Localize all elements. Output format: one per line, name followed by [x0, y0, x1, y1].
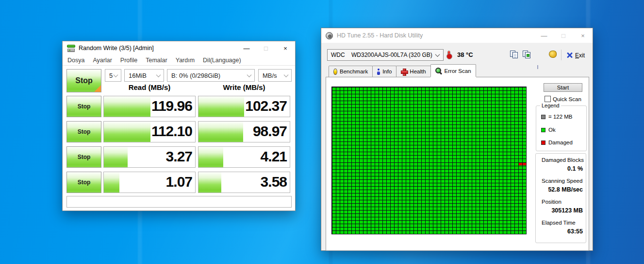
- row-stop-button[interactable]: Stop: [66, 121, 101, 142]
- thermometer-icon: [447, 51, 450, 57]
- maximize-button[interactable]: □: [554, 28, 573, 43]
- scan-grid: [331, 87, 527, 234]
- copy-image-button[interactable]: [523, 51, 531, 59]
- menu-language[interactable]: Dil(Language): [203, 57, 241, 64]
- test-size-value: 16MiB: [129, 72, 147, 79]
- write-meter: 4.21: [198, 146, 290, 168]
- legend-label: = 122 MB: [548, 114, 573, 120]
- read-value: 1.07: [166, 174, 192, 190]
- hdtune-app-icon: [326, 32, 333, 39]
- row-stop-button[interactable]: Stop: [66, 146, 101, 168]
- tab-error-scan[interactable]: Error Scan: [430, 64, 476, 77]
- row-stop-button[interactable]: Stop: [66, 172, 101, 193]
- hdtune-window: HD Tune 2.55 - Hard Disk Utility — □ × W…: [321, 28, 593, 251]
- status-textbox[interactable]: [66, 196, 292, 208]
- stat-scanning-speed: Scanning Speed 52.8 MB/sec: [536, 178, 587, 193]
- maximize-button[interactable]: □: [256, 41, 276, 55]
- tab-benchmark[interactable]: Benchmark: [329, 66, 373, 77]
- benchmark-row: Stop 1.07 3.58: [63, 172, 296, 193]
- menu-ayarlar[interactable]: Ayarlar: [93, 57, 112, 64]
- stat-value: 305123 MB: [536, 207, 587, 214]
- read-meter: 112.10: [103, 121, 196, 142]
- stat-position: Position 305123 MB: [536, 199, 587, 214]
- diskmark-window-title: Random Write (3/5) [Admin]: [79, 45, 154, 52]
- page-shape: [525, 52, 530, 58]
- write-value: 98.97: [253, 123, 287, 140]
- menu-dosya[interactable]: Dosya: [67, 57, 84, 64]
- page-shape: [512, 52, 518, 58]
- tab-info[interactable]: Info: [372, 66, 396, 77]
- read-value: 119.96: [151, 98, 192, 114]
- exit-button[interactable]: Exit: [575, 52, 585, 59]
- quick-scan-option: Quick Scan: [545, 96, 581, 102]
- meter-fill-bar: [198, 147, 223, 167]
- test-count-value: 5: [109, 72, 113, 79]
- stop-all-label: Stop: [75, 76, 93, 85]
- hdtune-titlebar[interactable]: HD Tune 2.55 - Hard Disk Utility — □ ×: [321, 28, 593, 43]
- test-size-select[interactable]: 16MiB: [124, 69, 164, 82]
- legend-label: Ok: [548, 127, 556, 133]
- diskmark-menubar: Dosya Ayarlar Profile Temalar Yardım Dil…: [63, 55, 295, 66]
- diskmark-titlebar[interactable]: Random Write (3/5) [Admin] — □ ×: [63, 41, 295, 55]
- exit-x-icon[interactable]: [567, 52, 573, 58]
- tab-label: Info: [382, 69, 392, 74]
- target-drive-select[interactable]: B: 0% (0/298GiB): [167, 69, 255, 82]
- legend-label: Damaged: [548, 140, 573, 145]
- minimize-button[interactable]: —: [534, 28, 554, 43]
- disk-led-shape: [69, 50, 70, 51]
- stat-value: 52.8 MB/sec: [536, 186, 587, 193]
- ok-swatch: [541, 128, 545, 132]
- unit-select[interactable]: MB/s: [258, 69, 292, 82]
- close-button[interactable]: ×: [276, 41, 295, 55]
- drive-select[interactable]: WDC WD3200AAJS-00L7A (320 GB): [327, 49, 444, 61]
- meter-fill-bar: [104, 147, 128, 167]
- magnifier-icon: [435, 68, 442, 74]
- read-meter: 119.96: [103, 96, 196, 117]
- stat-label: Scanning Speed: [536, 178, 587, 184]
- damaged-swatch: [541, 141, 545, 145]
- chevron-down-icon: [114, 72, 118, 77]
- stat-elapsed-time: Elapsed Time 63:55: [536, 220, 587, 235]
- menu-temalar[interactable]: Temalar: [146, 57, 167, 64]
- chevron-down-icon: [247, 72, 252, 77]
- benchmark-row: Stop 3.27 4.21: [63, 146, 296, 168]
- write-value: 4.21: [261, 148, 287, 165]
- benchmark-row: Stop 112.10 98.97: [63, 121, 296, 142]
- legend-title: Legend: [540, 103, 561, 108]
- health-cross-icon: [401, 69, 407, 75]
- menu-yardim[interactable]: Yardım: [176, 57, 195, 64]
- block-swatch: [541, 115, 545, 119]
- meter-fill-bar: [198, 172, 221, 193]
- busy-corner-badge: [94, 85, 101, 92]
- tab-label: Health: [410, 69, 426, 74]
- start-button[interactable]: Start: [544, 83, 582, 92]
- quick-scan-label: Quick Scan: [553, 96, 581, 102]
- temperature-value: 38 °C: [457, 51, 473, 58]
- row-stop-button[interactable]: Stop: [66, 96, 101, 117]
- write-value: 3.58: [261, 174, 287, 190]
- info-icon: [377, 69, 380, 75]
- meter-fill-bar: [198, 96, 244, 117]
- tab-health[interactable]: Health: [396, 66, 430, 77]
- legend-item-damaged: Damaged: [541, 140, 573, 145]
- stat-value: 0.1 %: [536, 165, 587, 172]
- meter-fill-bar: [104, 172, 119, 193]
- toolbar-separator: [561, 50, 561, 60]
- read-value: 3.27: [166, 148, 192, 165]
- test-count-select[interactable]: 5: [105, 69, 121, 82]
- copy-text-button[interactable]: [510, 51, 519, 59]
- quick-scan-checkbox[interactable]: [545, 96, 551, 102]
- stat-damaged-blocks: Damaged Blocks 0.1 %: [536, 157, 587, 172]
- stat-value: 63:55: [536, 228, 587, 235]
- write-column-header: Write (MB/s): [198, 83, 290, 91]
- options-button[interactable]: [549, 51, 557, 58]
- minimize-button[interactable]: —: [237, 41, 256, 55]
- hdtune-window-title: HD Tune 2.55 - Hard Disk Utility: [337, 32, 423, 39]
- close-button[interactable]: ×: [573, 28, 593, 43]
- stat-label: Elapsed Time: [536, 220, 587, 226]
- tab-bar: Benchmark Info Health Error Scan: [329, 66, 476, 77]
- read-meter: 1.07: [103, 172, 196, 193]
- stop-all-button[interactable]: Stop: [66, 69, 101, 92]
- read-column-header: Read (MB/s): [103, 83, 196, 91]
- menu-profile[interactable]: Profile: [120, 57, 137, 64]
